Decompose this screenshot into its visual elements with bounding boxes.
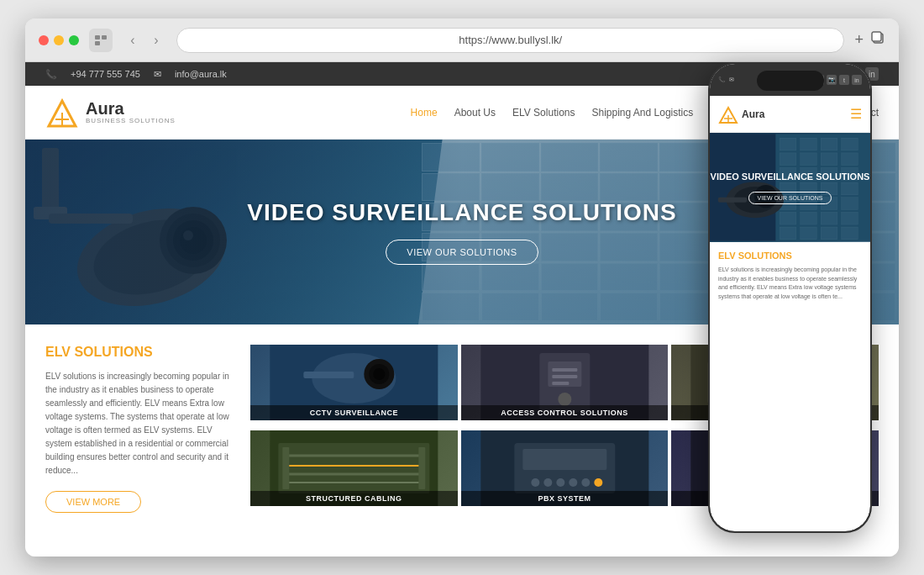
phone-status-left: 📞 ✉	[718, 76, 734, 83]
elv-text-area: ELV SOLUTIONS ELV solutions is increasin…	[45, 345, 230, 513]
svg-rect-49	[522, 449, 606, 470]
access-card-overlay: ACCESS CONTROL SOLUTIONS	[461, 405, 669, 420]
browser-window: ‹ › https://www.bullysl.lk/ + 📞 +94 777 …	[25, 18, 899, 557]
svg-point-50	[531, 478, 539, 487]
svg-point-51	[543, 478, 552, 487]
elv-card-pbx[interactable]: PBX SYSTEM	[461, 430, 669, 506]
email-address: info@aura.lk	[175, 69, 227, 79]
cctv-card-label: CCTV SURVEILLANCE	[255, 409, 453, 417]
cctv-card-overlay: CCTV SURVEILLANCE	[250, 405, 458, 420]
url-text: https://www.bullysl.lk/	[459, 34, 562, 46]
top-bar-contact: 📞 +94 777 555 745 ✉ info@aura.lk	[45, 69, 227, 80]
svg-point-27	[558, 393, 571, 406]
url-bar[interactable]: https://www.bullysl.lk/	[176, 28, 844, 53]
forward-button[interactable]: ›	[146, 30, 166, 50]
elv-description: ELV solutions is increasingly becoming p…	[45, 370, 230, 477]
phone-hero: VIDEO SURVEILLANCE SOLUTIONS VIEW OUR SO…	[710, 133, 870, 242]
browser-titlebar: ‹ › https://www.bullysl.lk/ +	[25, 18, 899, 62]
svg-rect-40	[278, 443, 429, 493]
hero-text-area: VIDEO SURVEILLANCE SOLUTIONS VIEW OUR SO…	[247, 199, 676, 265]
svg-point-54	[581, 478, 590, 487]
phone-elv-title: ELV SOLUTIONS	[718, 251, 862, 261]
phone-logo: Aura	[718, 104, 764, 124]
phone-number: +94 777 555 745	[71, 69, 140, 79]
svg-point-22	[373, 368, 385, 380]
pbx-card-overlay: PBX SYSTEM	[461, 491, 669, 506]
svg-rect-45	[282, 447, 289, 489]
phone-linkedin-icon: in	[852, 75, 862, 85]
phone-elv-text: ELV solutions is increasingly becoming p…	[718, 266, 862, 301]
phone-mockup: 📞 ✉ f 📷 t in Aura	[708, 62, 872, 533]
phone-elv-section: ELV SOLUTIONS ELV solutions is increasin…	[710, 242, 870, 309]
phone-header: Aura ☰	[710, 96, 870, 133]
access-card-label: ACCESS CONTROL SOLUTIONS	[466, 409, 664, 417]
svg-rect-28	[552, 368, 577, 372]
window-controls	[39, 35, 79, 45]
minimize-dot[interactable]	[54, 35, 64, 45]
svg-rect-1	[102, 35, 107, 40]
svg-rect-23	[303, 372, 354, 378]
phone-logo-icon	[718, 104, 738, 124]
nav-home[interactable]: Home	[411, 107, 438, 119]
phone-logo-text: Aura	[742, 108, 764, 120]
phone-menu-icon[interactable]: ☰	[850, 106, 862, 122]
nav-elv[interactable]: ELV Solutions	[512, 107, 575, 119]
browser-nav-buttons: ‹ ›	[123, 30, 166, 50]
svg-rect-30	[552, 382, 569, 385]
view-solutions-button[interactable]: VIEW OUR SOLUTIONS	[386, 240, 538, 265]
maximize-dot[interactable]	[69, 35, 79, 45]
email-icon: ✉	[154, 69, 161, 80]
cabling-card-overlay: STRUCTURED CABLING	[250, 491, 458, 506]
svg-rect-4	[872, 32, 881, 41]
phone-icon: 📞	[45, 69, 57, 80]
hero-title: VIDEO SURVEILLANCE SOLUTIONS	[247, 199, 676, 226]
phone-hero-title: VIDEO SURVEILLANCE SOLUTIONS	[711, 171, 870, 182]
svg-point-55	[594, 478, 602, 487]
copy-button[interactable]	[870, 30, 885, 50]
nav-shipping[interactable]: Shipping And Logistics	[591, 107, 693, 119]
svg-point-53	[569, 478, 577, 487]
phone-hero-button[interactable]: VIEW OUR SOLUTIONS	[748, 192, 832, 204]
logo-subtext: BUSINESS SOLUTIONS	[86, 117, 176, 124]
svg-rect-46	[418, 447, 425, 489]
phone-twitter-icon: t	[839, 75, 849, 85]
svg-point-52	[556, 478, 564, 487]
phone-icon: 📞	[718, 76, 726, 83]
logo-icon	[45, 96, 79, 129]
close-dot[interactable]	[39, 35, 49, 45]
view-more-button[interactable]: VIEW MORE	[45, 491, 141, 513]
phone-screen: 📞 ✉ f 📷 t in Aura	[710, 64, 870, 531]
phone-instagram-icon: 📷	[827, 75, 837, 85]
svg-rect-29	[552, 375, 577, 378]
svg-rect-2	[95, 41, 100, 45]
elv-title: ELV SOLUTIONS	[45, 345, 230, 360]
logo: Aura BUSINESS SOLUTIONS	[45, 96, 176, 129]
elv-card-cabling[interactable]: STRUCTURED CABLING	[250, 430, 458, 506]
phone-email-icon: ✉	[729, 76, 734, 83]
pbx-card-label: PBX SYSTEM	[466, 494, 664, 503]
cabling-card-label: STRUCTURED CABLING	[255, 494, 453, 503]
nav-about[interactable]: About Us	[454, 107, 496, 119]
back-button[interactable]: ‹	[123, 30, 143, 50]
phone-notch	[757, 71, 824, 91]
tab-icon-button[interactable]	[89, 29, 113, 52]
add-tab-button[interactable]: +	[854, 31, 864, 49]
logo-text: Aura	[86, 100, 176, 117]
browser-action-buttons: +	[854, 30, 885, 50]
svg-rect-0	[95, 35, 100, 40]
phone-hero-text: VIDEO SURVEILLANCE SOLUTIONS VIEW OUR SO…	[711, 171, 870, 204]
elv-card-access[interactable]: ACCESS CONTROL SOLUTIONS	[461, 345, 669, 420]
elv-card-cctv[interactable]: CCTV SURVEILLANCE	[250, 345, 458, 420]
